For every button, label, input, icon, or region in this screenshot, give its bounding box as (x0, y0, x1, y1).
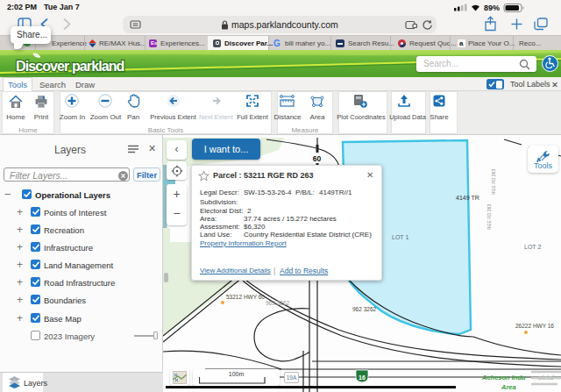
svg-text:Area: Area (501, 383, 516, 391)
svg-text:16: 16 (359, 374, 366, 381)
svg-text:Discover parkland: Discover parkland (16, 59, 124, 74)
svg-text:962 3262: 962 3262 (352, 306, 376, 312)
svg-text:26222 HWY 16: 26222 HWY 16 (515, 323, 554, 329)
svg-text:RGE RD 263: RGE RD 263 (486, 204, 492, 230)
svg-text:89%: 89% (484, 4, 500, 12)
svg-text:53212 HWY 60: 53212 HWY 60 (226, 294, 265, 300)
svg-text:60: 60 (313, 154, 322, 163)
svg-text:4149 TR: 4149 TR (456, 195, 479, 201)
svg-text:RGE RD 263: RGE RD 263 (491, 169, 496, 195)
svg-text:962 3262: 962 3262 (266, 300, 289, 306)
svg-text:Acheson Indu: Acheson Indu (481, 374, 526, 381)
svg-text:LOT 1: LOT 1 (392, 234, 408, 240)
svg-text:LOT 2: LOT 2 (524, 244, 541, 250)
